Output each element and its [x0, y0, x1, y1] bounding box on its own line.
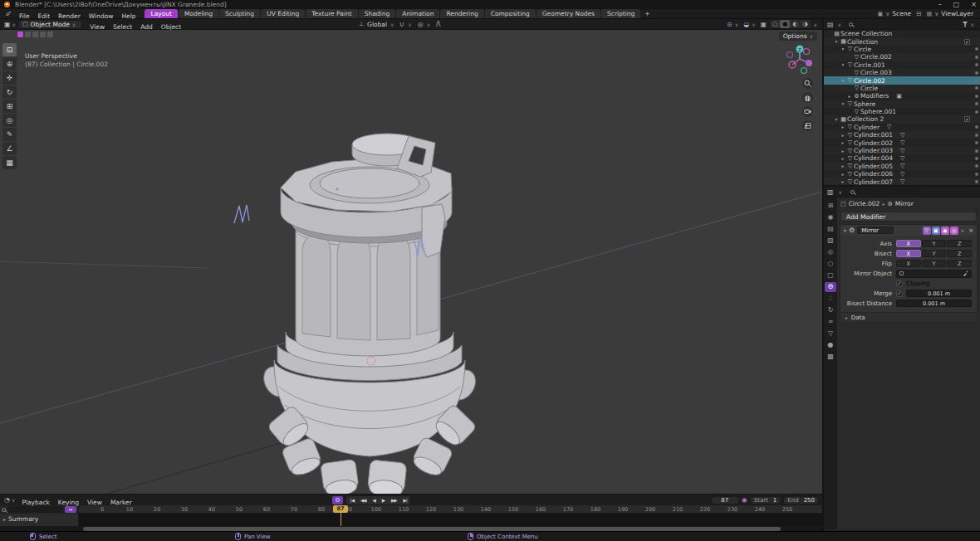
data-tab[interactable]: ▽ — [825, 329, 836, 339]
tab-rendering[interactable]: Rendering — [440, 9, 483, 18]
add-workspace-button[interactable]: + — [641, 9, 653, 18]
gizmo-neg-x-axis[interactable] — [787, 52, 793, 58]
row-restriction-icon[interactable] — [975, 95, 978, 98]
row-restriction-icon[interactable] — [975, 102, 978, 105]
minimize-button[interactable]: – — [938, 1, 942, 8]
object-tab[interactable]: ▢ — [825, 270, 836, 280]
proportional-editing-icon[interactable]: ◎ — [418, 21, 424, 28]
show-gizmo-icon[interactable]: ⊙ — [727, 21, 733, 28]
realtime-toggle[interactable]: ◉ — [941, 227, 949, 235]
tool-chip[interactable] — [47, 32, 53, 37]
scale-tool[interactable]: ⊞ — [2, 100, 17, 113]
add-modifier-button[interactable]: Add Modifier — [840, 212, 977, 222]
tool-tab[interactable]: ⊞ — [825, 201, 836, 211]
expand-arrow-icon[interactable]: ▾ — [840, 46, 846, 51]
outliner-row[interactable]: ▽Sphere.001 — [824, 108, 980, 115]
tab-scripting[interactable]: Scripting — [601, 9, 640, 18]
expand-arrow-icon[interactable]: ▾ — [833, 117, 840, 122]
expand-arrow-icon[interactable]: ▸ — [840, 133, 846, 138]
expand-arrow-icon[interactable]: ▸ — [840, 124, 846, 129]
outliner-row[interactable]: ▸⚙Modifiers▣ — [824, 92, 980, 100]
render-tab[interactable]: ◉ — [825, 212, 836, 222]
xray-toggle-icon[interactable]: ▣ — [761, 21, 767, 28]
prev-keyframe-button[interactable]: ◀◀ — [357, 496, 369, 504]
add-primitive-tool[interactable]: ▦ — [2, 156, 17, 169]
expand-arrow-icon[interactable]: ▾ — [840, 62, 846, 67]
auto-keyframe-button[interactable] — [332, 496, 343, 504]
grenade-mesh[interactable] — [259, 134, 481, 494]
row-restriction-icon[interactable] — [975, 157, 978, 160]
jump-to-start-button[interactable]: ∣◀ — [346, 496, 357, 504]
tab-texture-paint[interactable]: Texture Paint — [306, 9, 357, 18]
row-restriction-icon[interactable] — [975, 173, 978, 176]
edit-mode-toggle[interactable]: ▣ — [932, 227, 940, 235]
options-button[interactable]: Options∨ — [779, 32, 817, 41]
row-restriction-icon[interactable] — [975, 180, 978, 183]
merge-value-field[interactable]: 0.001 m — [906, 290, 972, 297]
outliner-row[interactable]: ▸▽Cylinder.001▽ — [824, 131, 980, 139]
row-restriction-icon[interactable] — [975, 134, 978, 137]
timeline-track-area[interactable]: 0102030405060708090100110120130140150160… — [79, 505, 822, 526]
perspective-toggle-icon[interactable] — [802, 120, 813, 131]
bisect-z-button[interactable]: Z — [947, 250, 972, 257]
bisect-x-button[interactable]: X — [896, 250, 921, 257]
visibility-checkbox[interactable]: ✓ — [964, 39, 970, 45]
playhead-frame-badge[interactable]: 87 — [333, 505, 348, 513]
bisect-distance-field[interactable]: 0.001 m — [896, 300, 972, 307]
outliner-row[interactable]: ▾▽Circle.002 — [824, 76, 980, 84]
scene-tab[interactable]: ◎ — [825, 247, 836, 257]
cursor-tool[interactable]: ⊕ — [2, 57, 17, 71]
clipping-checkbox[interactable]: ✓ — [896, 280, 903, 287]
close-button[interactable]: × — [971, 1, 977, 8]
tab-geometry-nodes[interactable]: Geometry Nodes — [537, 9, 600, 18]
transform-tool[interactable]: ◎ — [2, 114, 17, 127]
material-tab[interactable]: ● — [825, 340, 836, 350]
filter-funnel-icon[interactable] — [963, 22, 968, 27]
on-cage-toggle[interactable]: ▽ — [923, 227, 931, 235]
falloff-icon[interactable]: Λ — [436, 21, 440, 28]
lattice-widget-left[interactable] — [234, 205, 249, 223]
pan-view-icon[interactable] — [802, 92, 813, 103]
merge-checkbox[interactable]: ✓ — [896, 290, 903, 297]
row-restriction-icon[interactable] — [975, 86, 978, 90]
row-restriction-icon[interactable] — [975, 47, 978, 51]
breadcrumb-modifier[interactable]: Mirror — [895, 200, 914, 207]
axis-y-button[interactable]: Y — [922, 240, 947, 247]
row-restriction-icon[interactable] — [975, 79, 978, 82]
editor-type-viewport-icon[interactable]: ▣ — [0, 21, 12, 28]
snap-magnet-icon[interactable]: ∩ — [399, 21, 404, 28]
current-frame-field[interactable]: 87 — [711, 496, 739, 504]
outliner-row[interactable]: ▸▽Cylinder▽ — [824, 124, 980, 131]
tool-chip[interactable] — [25, 32, 31, 37]
eyedropper-icon[interactable] — [963, 270, 968, 276]
expand-arrow-icon[interactable]: ▾ — [840, 78, 846, 83]
outliner-row[interactable]: ▸▽Cylinder.002▽ — [824, 139, 980, 146]
axis-z-button[interactable]: Z — [947, 240, 972, 247]
outliner-row[interactable]: ▸▽Cylinder.005▽ — [824, 163, 980, 170]
bisect-y-button[interactable]: Y — [922, 250, 947, 257]
navigation-gizmo[interactable]: Z — [784, 43, 816, 75]
link-scene-icon[interactable]: ⊟ — [916, 10, 921, 17]
outliner-row[interactable]: ▾▦Collection 2✓ — [824, 115, 980, 123]
expand-arrow-icon[interactable]: ▸ — [840, 179, 846, 184]
outliner-row[interactable]: ▽Circle — [824, 85, 980, 92]
outliner-row[interactable]: ▾▦Collection✓ — [824, 37, 980, 45]
mode-selector[interactable]: ▢ Object Mode ∨ — [18, 20, 82, 29]
play-button[interactable]: ▶ — [379, 496, 388, 504]
visibility-checkbox[interactable]: ✓ — [964, 116, 970, 122]
data-subpanel-header[interactable]: ▸ Data — [840, 312, 977, 322]
active-tool-chip[interactable] — [17, 32, 23, 37]
expand-arrow-icon[interactable]: ▸ — [840, 149, 846, 154]
expand-arrow-icon[interactable]: ▸ — [840, 172, 846, 177]
tab-animation[interactable]: Animation — [396, 9, 439, 18]
tab-shading[interactable]: Shading — [359, 9, 395, 18]
shading-mode-1[interactable]: ● — [780, 20, 790, 28]
expand-arrow-icon[interactable]: ▸ — [840, 156, 846, 161]
editor-type-timeline-icon[interactable]: ◔ — [0, 496, 12, 504]
modifier-name-field[interactable]: Mirror — [857, 227, 894, 234]
outliner-row[interactable]: ▸▽Cylinder.004▽ — [824, 154, 980, 162]
expand-arrow-icon[interactable]: ▸ — [840, 163, 846, 168]
outliner-row[interactable]: ▸▽Cylinder.007▽ — [824, 178, 980, 185]
keying-set-icon[interactable]: ◉ — [742, 496, 747, 504]
properties-search[interactable] — [848, 188, 921, 196]
